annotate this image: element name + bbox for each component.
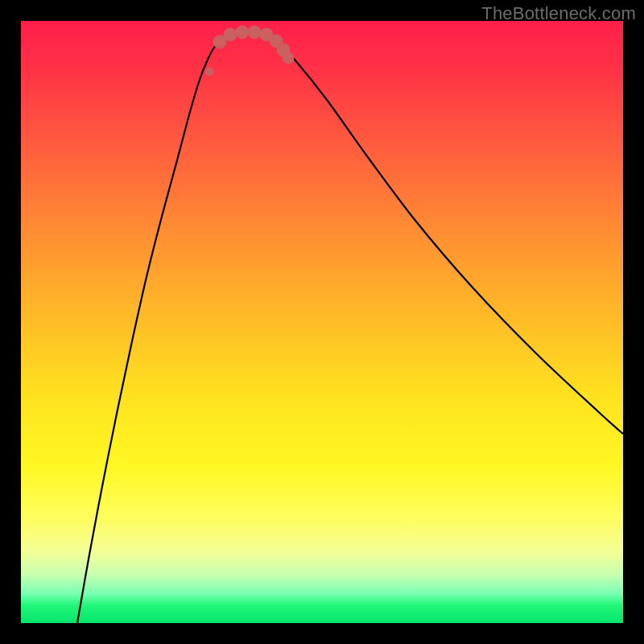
curve-marker xyxy=(224,28,237,41)
curve-markers xyxy=(205,26,294,76)
curve-marker xyxy=(248,26,261,39)
curve-line xyxy=(77,33,623,623)
watermark-text: TheBottleneck.com xyxy=(481,3,636,24)
chart-plot-area xyxy=(21,21,623,623)
bottleneck-curve xyxy=(21,21,623,623)
curve-marker xyxy=(236,26,249,39)
curve-marker xyxy=(283,52,294,64)
curve-marker xyxy=(205,68,213,76)
